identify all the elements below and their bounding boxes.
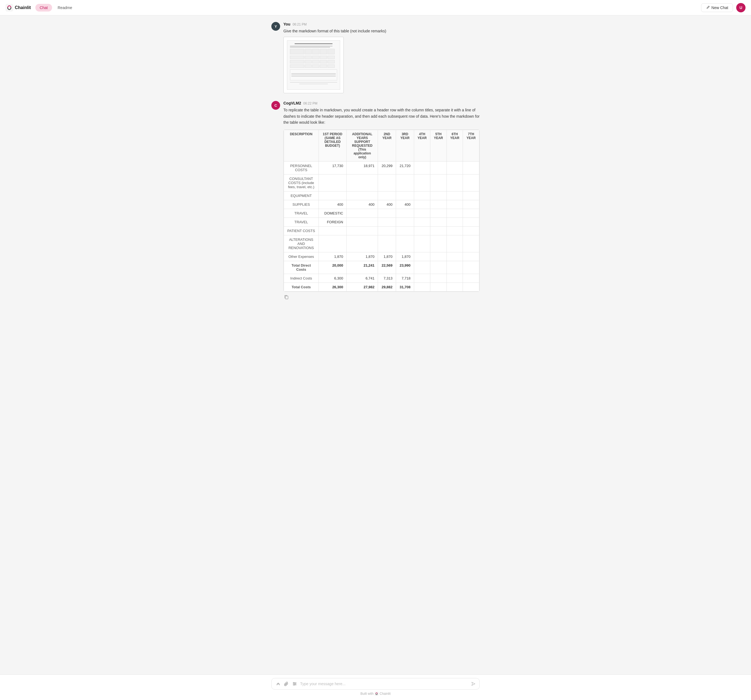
th-5th-year: 5TH YEAR [430,130,447,161]
table-cell-value [463,174,479,191]
table-cell-value: 1,870 [318,252,346,261]
table-row: PERSONNEL COSTS17,73018,97120,29921,720 [284,161,479,174]
chat-area: Y You 06:21 PM Give the markdown format … [0,15,751,675]
attach-button[interactable] [284,681,289,686]
table-cell-value [430,200,447,209]
user-msg-header: You 06:21 PM [283,22,480,26]
table-cell-desc: Total Direct Costs [284,261,319,274]
table-row: Total Costs26,30027,98229,88231,708 [284,282,479,291]
table-cell-value [463,274,479,282]
table-cell-value: 29,882 [378,282,396,291]
send-button[interactable] [471,681,476,686]
table-cell-desc: Total Costs [284,282,319,291]
chainlit-small-logo-icon [375,692,379,695]
table-cell-value [430,282,447,291]
user-avatar-msg: Y [271,22,280,31]
table-cell-value [396,174,414,191]
table-cell-desc: PERSONNEL COSTS [284,161,319,174]
table-cell-value: 22,569 [378,261,396,274]
table-cell-desc: Other Expenses [284,252,319,261]
table-cell-value [463,235,479,252]
table-cell-value [447,174,463,191]
bot-avatar-msg: C [271,101,280,110]
user-name: You [283,22,290,26]
table-cell-value: 27,982 [346,282,378,291]
tab-readme[interactable]: Readme [53,4,76,11]
table-cell-value [346,235,378,252]
table-cell-value [430,217,447,226]
sliders-icon [292,681,297,686]
table-cell-value: DOMESTIC [318,209,346,217]
user-avatar[interactable]: U [736,3,745,12]
message-input[interactable] [300,681,468,686]
table-cell-value [346,174,378,191]
table-row: EQUIPMENT [284,191,479,200]
table-cell-value [430,252,447,261]
table-cell-value [414,261,430,274]
table-cell-value: 400 [396,200,414,209]
table-cell-value: 18,971 [346,161,378,174]
table-cell-value [430,226,447,235]
table-header-row: DESCRIPTION 1ST PERIOD (SAME AS DETAILED… [284,130,479,161]
send-icon [471,681,476,686]
table-cell-value [414,217,430,226]
table-cell-value [396,191,414,200]
table-cell-value: 21,241 [346,261,378,274]
table-cell-value: 21,720 [396,161,414,174]
tab-chat[interactable]: Chat [36,4,53,11]
table-cell-value: 1,870 [378,252,396,261]
table-cell-value [318,226,346,235]
markdown-table: DESCRIPTION 1ST PERIOD (SAME AS DETAILED… [284,130,479,291]
table-cell-value [396,226,414,235]
table-row: Indirect Costs6,3006,7417,3137,718 [284,274,479,282]
svg-point-5 [294,683,294,683]
new-chat-label: New Chat [712,6,728,10]
bot-name: CogVLM2 [283,101,301,105]
header-left: Chainlit Chat Readme [6,4,76,11]
table-row: Total Direct Costs20,00021,24122,56923,9… [284,261,479,274]
built-with: Built with Chainlit [360,692,391,695]
svg-rect-0 [6,4,13,11]
table-cell-value [414,161,430,174]
table-cell-value [430,174,447,191]
table-cell-value: 20,299 [378,161,396,174]
table-cell-value [447,274,463,282]
copy-button[interactable] [283,294,289,299]
table-cell-value: 31,708 [396,282,414,291]
table-cell-value [414,200,430,209]
table-cell-value: 1,870 [396,252,414,261]
table-cell-desc: TRAVEL [284,209,319,217]
table-cell-value [414,226,430,235]
table-cell-desc: CONSULTANT COSTS (include fees, travel, … [284,174,319,191]
table-cell-value [463,252,479,261]
bot-msg-time: 06:22 PM [303,102,317,105]
copy-row [283,294,480,299]
table-cell-value: 6,300 [318,274,346,282]
table-row: TRAVELDOMESTIC [284,209,479,217]
scroll-to-top-button[interactable] [275,681,281,686]
table-cell-value [414,235,430,252]
table-cell-value [430,235,447,252]
table-cell-desc: EQUIPMENT [284,191,319,200]
new-chat-button[interactable]: New Chat [701,3,733,12]
th-7th-year: 7TH YEAR [463,130,479,161]
settings-button[interactable] [292,681,297,686]
table-cell-value [463,161,479,174]
copy-icon-svg [284,294,289,299]
table-cell-value [430,191,447,200]
header-right: New Chat U [701,3,745,12]
table-cell-value [463,191,479,200]
th-4th-year: 4TH YEAR [414,130,430,161]
table-cell-value [414,191,430,200]
user-msg-text: Give the markdown format of this table (… [283,28,480,34]
table-cell-desc: Indirect Costs [284,274,319,282]
table-cell-value: 7,718 [396,274,414,282]
table-cell-value [414,174,430,191]
table-cell-value [430,161,447,174]
table-cell-value [346,217,378,226]
table-cell-value [430,274,447,282]
table-cell-desc: SUPPLIES [284,200,319,209]
svg-rect-1 [285,296,288,299]
doc-image-inner [287,40,340,90]
bot-msg-text: To replicate the table in markdown, you … [283,107,480,125]
